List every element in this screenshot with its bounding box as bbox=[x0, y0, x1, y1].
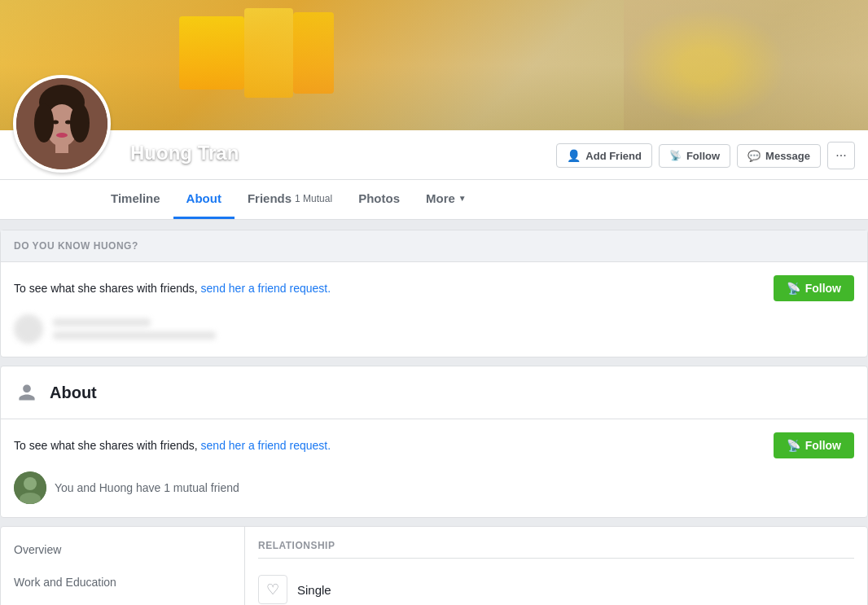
tab-friends-badge: 1 Mutual bbox=[295, 193, 332, 204]
about-friend-request-row: To see what she shares with friends, sen… bbox=[14, 432, 854, 458]
about-card-header: About bbox=[1, 366, 867, 419]
tab-timeline[interactable]: Timeline bbox=[98, 180, 173, 219]
tab-more[interactable]: More ▼ bbox=[413, 180, 480, 219]
tab-photos-label: Photos bbox=[358, 191, 400, 205]
main-content: DO YOU KNOW HUONG? To see what she share… bbox=[0, 220, 868, 605]
follow-rss-icon: 📡 bbox=[669, 150, 682, 161]
tab-about-label: About bbox=[186, 191, 221, 205]
about-card-body: To see what she shares with friends, sen… bbox=[1, 419, 867, 517]
about-main-panel: RELATIONSHIP ♡ Single bbox=[245, 527, 867, 605]
know-huong-card: DO YOU KNOW HUONG? To see what she share… bbox=[0, 230, 868, 357]
cover-photo bbox=[0, 0, 868, 130]
blurred-post bbox=[14, 314, 854, 344]
message-label: Message bbox=[765, 150, 810, 162]
blurred-line-1 bbox=[53, 318, 151, 327]
friend-request-text: To see what she shares with friends, sen… bbox=[14, 282, 331, 295]
svg-point-7 bbox=[52, 121, 59, 125]
relationship-value: Single bbox=[297, 583, 331, 597]
svg-point-6 bbox=[56, 133, 68, 138]
know-huong-header: DO YOU KNOW HUONG? bbox=[1, 230, 867, 262]
follow-about-rss-icon: 📡 bbox=[787, 439, 800, 452]
tab-friends-label: Friends bbox=[248, 191, 292, 205]
add-friend-icon: 👤 bbox=[567, 149, 581, 162]
blurred-line-2 bbox=[53, 331, 216, 340]
tab-about[interactable]: About bbox=[173, 180, 235, 219]
avatar bbox=[13, 75, 111, 173]
mutual-friend-avatar bbox=[14, 471, 46, 504]
message-icon: 💬 bbox=[747, 150, 761, 162]
blurred-text-block bbox=[53, 318, 216, 340]
mutual-friend-row: You and Huong have 1 mutual friend bbox=[14, 471, 854, 504]
action-buttons: 👤 Add Friend 📡 Follow 💬 Message ··· bbox=[556, 142, 855, 169]
tab-more-label: More bbox=[426, 191, 455, 205]
blurred-avatar bbox=[14, 314, 43, 344]
svg-point-3 bbox=[34, 103, 54, 142]
follow-header-button[interactable]: 📡 Follow bbox=[659, 144, 730, 168]
about-title: About bbox=[50, 384, 97, 402]
message-button[interactable]: 💬 Message bbox=[737, 144, 821, 168]
about-friend-request-text: To see what she shares with friends, sen… bbox=[14, 439, 331, 452]
svg-rect-5 bbox=[55, 142, 68, 153]
chevron-down-icon: ▼ bbox=[458, 194, 467, 203]
follow-know-button[interactable]: 📡 Follow bbox=[774, 275, 854, 301]
profile-header: Huong Tran 👤 Add Friend 📡 Follow 💬 Messa… bbox=[0, 130, 868, 220]
add-friend-button[interactable]: 👤 Add Friend bbox=[556, 143, 652, 168]
about-sidebar: Overview Work and Education Places She's… bbox=[1, 527, 245, 605]
about-pre: To see what she shares with friends, bbox=[14, 439, 201, 452]
profile-name: Huong Tran bbox=[130, 142, 239, 164]
profile-nav: Timeline About Friends 1 Mutual Photos M… bbox=[0, 179, 868, 219]
svg-point-10 bbox=[24, 477, 37, 490]
more-button[interactable]: ··· bbox=[827, 142, 855, 169]
sidebar-item-overview[interactable]: Overview bbox=[1, 533, 244, 566]
follow-know-rss-icon: 📡 bbox=[787, 282, 800, 295]
follow-about-label: Follow bbox=[805, 439, 841, 452]
relationship-section-label: RELATIONSHIP bbox=[258, 540, 854, 559]
relationship-item: ♡ Single bbox=[258, 568, 854, 605]
follow-about-button[interactable]: 📡 Follow bbox=[774, 432, 854, 458]
about-card: About To see what she shares with friend… bbox=[0, 366, 868, 518]
sidebar-item-places[interactable]: Places She's Lived bbox=[1, 598, 244, 605]
follow-know-label: Follow bbox=[805, 282, 841, 295]
avatar-image bbox=[16, 78, 107, 169]
sidebar-item-work-education[interactable]: Work and Education bbox=[1, 566, 244, 598]
about-two-col: Overview Work and Education Places She's… bbox=[0, 526, 868, 605]
person-icon bbox=[14, 379, 40, 406]
tab-photos[interactable]: Photos bbox=[345, 180, 413, 219]
ellipsis-icon: ··· bbox=[835, 148, 846, 163]
about-friend-request-link[interactable]: send her a friend request. bbox=[201, 439, 331, 452]
tab-friends[interactable]: Friends 1 Mutual bbox=[235, 180, 345, 219]
know-huong-body: To see what she shares with friends, sen… bbox=[1, 262, 867, 357]
svg-point-4 bbox=[70, 103, 90, 142]
tab-timeline-label: Timeline bbox=[111, 191, 160, 205]
add-friend-label: Add Friend bbox=[585, 150, 642, 162]
mutual-friend-text: You and Huong have 1 mutual friend bbox=[55, 481, 239, 494]
heart-icon: ♡ bbox=[258, 575, 287, 604]
friend-request-pre: To see what she shares with friends, bbox=[14, 282, 201, 295]
friend-request-link[interactable]: send her a friend request. bbox=[201, 282, 331, 295]
svg-point-8 bbox=[65, 121, 72, 125]
friend-request-row: To see what she shares with friends, sen… bbox=[14, 275, 854, 301]
follow-header-label: Follow bbox=[686, 150, 720, 162]
